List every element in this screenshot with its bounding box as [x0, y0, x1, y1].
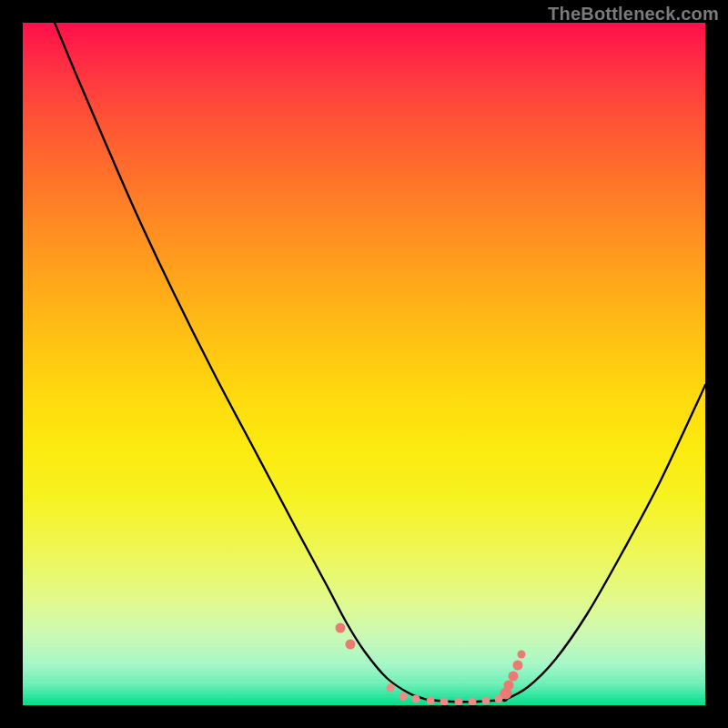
v-curve — [23, 23, 705, 705]
data-marker — [412, 695, 420, 703]
data-marker — [336, 623, 346, 633]
bottleneck-curve-path — [55, 23, 705, 702]
data-marker — [455, 698, 463, 706]
data-marker — [427, 697, 435, 705]
data-marker — [518, 651, 526, 659]
data-marker — [387, 684, 395, 693]
data-marker — [440, 698, 449, 706]
data-marker — [469, 698, 477, 706]
plot-area — [23, 23, 705, 705]
watermark: TheBottleneck.com — [548, 4, 719, 25]
data-marker — [399, 693, 408, 701]
data-marker — [346, 640, 356, 650]
data-marker — [513, 661, 523, 671]
data-marker — [509, 672, 519, 682]
data-marker — [482, 697, 490, 705]
data-marker — [504, 681, 514, 691]
chart-stage: TheBottleneck.com — [0, 0, 728, 728]
